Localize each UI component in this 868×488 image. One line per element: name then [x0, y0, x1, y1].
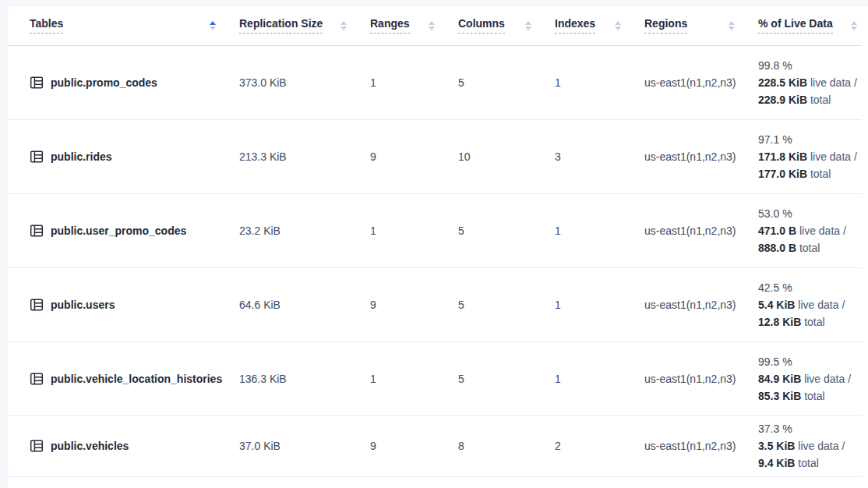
total-data-label: total [799, 242, 820, 254]
replication-size-cell: 37.0 KiB [239, 416, 370, 476]
live-data-cell: 99.5 % 84.9 KiB live data / 85.3 KiB tot… [758, 341, 862, 416]
live-data-line: 3.5 KiB live data / [758, 437, 862, 454]
sort-arrows-icon[interactable] [340, 21, 347, 30]
sort-ascending-icon[interactable] [729, 21, 735, 25]
table-icon [30, 224, 44, 238]
sort-arrows-icon[interactable] [429, 21, 435, 30]
sort-ascending-icon[interactable] [340, 21, 347, 25]
total-data-line: 177.0 KiB total [758, 165, 862, 182]
columns-cell: 5 [458, 267, 555, 341]
ranges-cell: 1 [370, 193, 458, 267]
live-data-size: 171.8 KiB [758, 150, 807, 163]
table-row[interactable]: public.user_promo_codes 23.2 KiB 1 5 1 u… [8, 193, 862, 267]
live-data-size: 3.5 KiB [758, 440, 795, 452]
sort-arrows-icon[interactable] [615, 21, 621, 30]
ranges-cell: 1 [370, 341, 458, 416]
sort-ascending-icon[interactable] [615, 21, 621, 25]
table-row[interactable]: public.vehicle_location_histories 136.3 … [8, 341, 862, 416]
table-header-row: Tables Replication Size Ranges Colu [8, 6, 862, 45]
sort-descending-icon[interactable] [525, 27, 531, 30]
regions-cell: us-east1(n1,n2,n3) [644, 193, 758, 267]
sort-descending-icon[interactable] [340, 27, 347, 30]
sort-ascending-icon[interactable] [429, 21, 435, 25]
column-header-label[interactable]: Indexes [555, 17, 595, 34]
regions-cell: us-east1(n1,n2,n3) [644, 119, 758, 193]
ranges-cell: 9 [370, 267, 458, 341]
live-data-cell: 53.0 % 471.0 B live data / 888.0 B total [758, 193, 862, 267]
live-data-size: 228.5 KiB [758, 76, 807, 89]
live-data-percent: 99.8 % [758, 57, 862, 74]
sort-ascending-icon[interactable] [851, 21, 857, 25]
sort-ascending-icon[interactable] [210, 21, 216, 25]
column-header[interactable]: % of Live Data [758, 6, 862, 45]
table-body: public.promo_codes 373.0 KiB 1 5 1 us-ea… [8, 45, 862, 476]
live-data-cell: 37.3 % 3.5 KiB live data / 9.4 KiB total [758, 416, 862, 476]
column-header-label[interactable]: Replication Size [239, 17, 323, 34]
table-name-link[interactable]: public.rides [51, 150, 112, 163]
column-header-label[interactable]: Regions [644, 17, 687, 34]
live-data-label: live data / [799, 225, 846, 237]
table-name-link[interactable]: public.vehicles [51, 440, 129, 452]
indexes-cell: 1 [555, 45, 644, 119]
total-data-label: total [810, 94, 831, 106]
total-data-size: 888.0 B [758, 242, 796, 254]
table-name-link[interactable]: public.vehicle_location_histories [51, 373, 222, 385]
table-name-cell: public.users [8, 267, 239, 341]
columns-cell: 8 [458, 416, 555, 476]
table-name-link[interactable]: public.promo_codes [51, 76, 157, 89]
sort-descending-icon[interactable] [729, 27, 735, 30]
sort-arrows-icon[interactable] [525, 21, 531, 30]
indexes-cell: 3 [555, 119, 644, 193]
sort-ascending-icon[interactable] [525, 21, 531, 25]
live-data-percent: 99.5 % [758, 353, 862, 370]
column-header[interactable]: Replication Size [239, 6, 370, 45]
live-data-label: live data / [804, 373, 851, 385]
replication-size-cell: 136.3 KiB [239, 341, 370, 416]
sort-arrows-icon[interactable] [729, 21, 735, 30]
column-header-label[interactable]: Tables [30, 17, 63, 34]
column-header[interactable]: Indexes [555, 6, 644, 45]
live-data-cell: 42.5 % 5.4 KiB live data / 12.8 KiB tota… [758, 267, 862, 341]
indexes-cell: 1 [555, 193, 644, 267]
regions-cell: us-east1(n1,n2,n3) [644, 45, 758, 119]
tables-panel: Tables Replication Size Ranges Colu [8, 6, 868, 488]
total-data-size: 9.4 KiB [758, 457, 795, 469]
sort-arrows-icon[interactable] [210, 21, 216, 30]
table-name-link[interactable]: public.user_promo_codes [51, 225, 186, 237]
sort-descending-icon[interactable] [851, 27, 857, 30]
columns-cell: 5 [458, 341, 555, 416]
table-row[interactable]: public.rides 213.3 KiB 9 10 3 us-east1(n… [8, 119, 862, 193]
live-data-line: 171.8 KiB live data / [758, 148, 862, 165]
column-header-label[interactable]: Ranges [370, 17, 410, 34]
sort-arrows-icon[interactable] [851, 21, 857, 30]
column-header-label[interactable]: Columns [458, 17, 505, 34]
live-data-cell: 99.8 % 228.5 KiB live data / 228.9 KiB t… [758, 45, 862, 119]
sort-descending-icon[interactable] [615, 27, 621, 30]
columns-cell: 5 [458, 193, 555, 267]
live-data-cell: 97.1 % 171.8 KiB live data / 177.0 KiB t… [758, 119, 862, 193]
total-data-line: 888.0 B total [758, 239, 862, 256]
total-data-size: 177.0 KiB [758, 168, 807, 180]
indexes-cell: 1 [555, 267, 644, 341]
database-tables-grid: Tables Replication Size Ranges Colu [8, 6, 862, 477]
table-row[interactable]: public.vehicles 37.0 KiB 9 8 2 us-east1(… [8, 416, 862, 476]
table-icon [30, 76, 44, 90]
column-header[interactable]: Columns [458, 6, 555, 45]
column-header-label[interactable]: % of Live Data [758, 17, 833, 34]
table-name-cell: public.promo_codes [8, 45, 239, 119]
column-header[interactable]: Regions [644, 6, 758, 45]
live-data-line: 5.4 KiB live data / [758, 296, 862, 313]
table-row[interactable]: public.promo_codes 373.0 KiB 1 5 1 us-ea… [8, 45, 862, 119]
column-header[interactable]: Tables [8, 6, 239, 45]
table-icon [30, 298, 44, 312]
table-name-link[interactable]: public.users [51, 299, 115, 311]
ranges-cell: 9 [370, 416, 458, 476]
column-header[interactable]: Ranges [370, 6, 458, 45]
sort-descending-icon[interactable] [210, 27, 216, 30]
replication-size-cell: 23.2 KiB [239, 193, 370, 267]
columns-cell: 5 [458, 45, 555, 119]
table-icon [30, 150, 44, 164]
live-data-label: live data / [798, 440, 845, 452]
sort-descending-icon[interactable] [429, 27, 435, 30]
table-row[interactable]: public.users 64.6 KiB 9 5 1 us-east1(n1,… [8, 267, 862, 341]
